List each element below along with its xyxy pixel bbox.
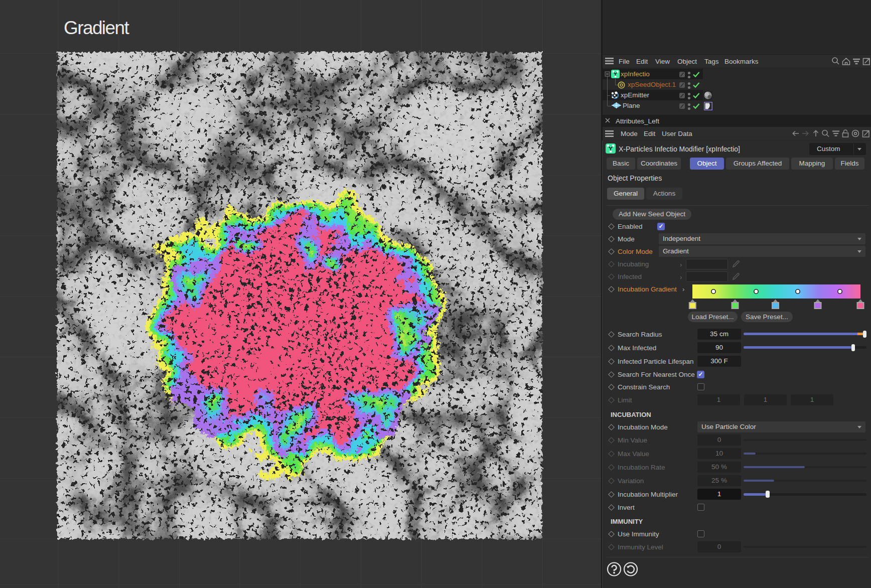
svg-text:Gradient: Gradient	[64, 18, 129, 38]
